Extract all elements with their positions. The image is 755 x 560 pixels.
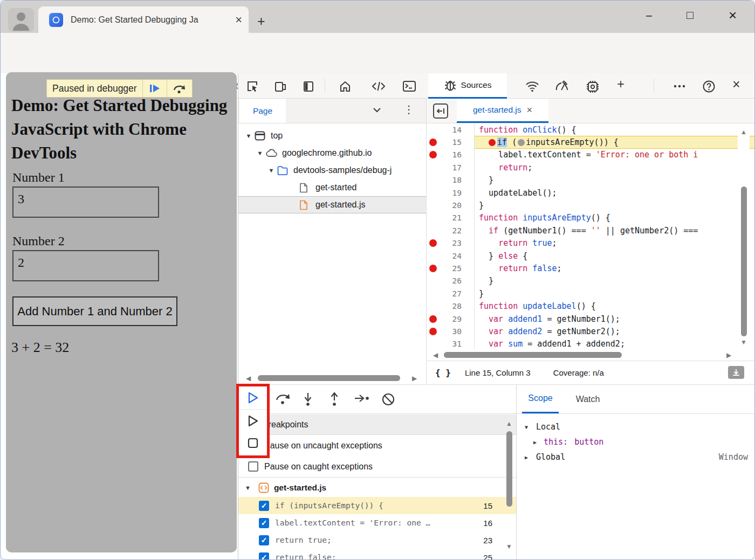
gutter[interactable]: 23 [427, 237, 474, 250]
code-text[interactable]: return; [474, 161, 755, 174]
navigator-toggle-icon[interactable] [433, 103, 448, 119]
step-icon[interactable] [354, 392, 370, 405]
expander-icon[interactable]: ▼ [266, 167, 276, 174]
gutter[interactable]: 24 [427, 250, 474, 262]
gutter-space[interactable] [429, 176, 437, 184]
gutter[interactable]: 14 [427, 123, 474, 136]
breakpoint-checkbox[interactable]: ✓ [259, 518, 269, 528]
scroll-up-icon[interactable]: ▲ [506, 420, 512, 427]
help-icon[interactable] [702, 80, 716, 93]
gutter-space[interactable] [429, 202, 437, 209]
navigator-hscrollbar[interactable]: ◀ ▶ [238, 372, 426, 384]
gutter[interactable]: 31 [427, 338, 474, 350]
gutter[interactable]: 26 [427, 275, 474, 287]
step-over-icon[interactable] [275, 392, 291, 406]
line-number[interactable]: 19 [437, 189, 462, 197]
breakpoint-checkbox[interactable]: ✓ [259, 501, 269, 511]
line-number[interactable]: 30 [437, 327, 462, 336]
code-text[interactable]: function inputsAreEmpty() { [474, 212, 755, 224]
line-number[interactable]: 15 [437, 138, 462, 147]
window-maximize-button[interactable]: □ [687, 9, 694, 20]
terminate-script-icon[interactable] [239, 432, 267, 454]
pause-caught-row[interactable]: Pause on caught exceptions [238, 456, 516, 478]
home-icon[interactable] [339, 80, 352, 93]
file-tab-close-icon[interactable]: × [527, 105, 533, 116]
chevron-down-icon[interactable] [372, 106, 382, 114]
line-number[interactable]: 28 [437, 302, 462, 310]
tab-watch[interactable]: Watch [571, 385, 605, 413]
gutter[interactable]: 29 [427, 313, 474, 325]
gutter-space[interactable] [429, 290, 437, 298]
line-number[interactable]: 18 [437, 176, 462, 184]
step-out-icon[interactable] [328, 392, 340, 407]
breakpoint-checkbox[interactable]: ✓ [259, 552, 269, 560]
gutter[interactable]: 15 [427, 136, 474, 148]
tree-item-get-started-js[interactable]: get-started.js [238, 196, 426, 213]
line-number[interactable]: 21 [437, 213, 462, 222]
line-number[interactable]: 16 [437, 150, 462, 159]
navigator-kebab-icon[interactable]: ⋮ [403, 104, 414, 115]
code-text[interactable]: function onClick() { [474, 123, 755, 136]
gutter[interactable]: 19 [427, 186, 474, 199]
code-text[interactable]: return false; [474, 262, 755, 274]
number2-input[interactable]: 2 [12, 250, 159, 281]
editor-vscrollbar[interactable]: ▲ ▼ [738, 125, 750, 350]
scroll-down-icon[interactable]: ▼ [506, 543, 512, 550]
pretty-print-icon[interactable]: { } [435, 368, 451, 378]
gutter[interactable]: 17 [427, 161, 474, 174]
line-number[interactable]: 17 [437, 163, 462, 172]
expander-icon[interactable]: ▼ [255, 150, 265, 156]
tree-item-devtools-samples-debug-j[interactable]: ▼devtools-samples/debug-j [238, 162, 426, 179]
scroll-thumb[interactable] [741, 186, 747, 336]
scroll-down-icon[interactable]: ▼ [740, 339, 747, 345]
code-text[interactable]: } [474, 199, 755, 211]
gutter-space[interactable] [429, 214, 437, 222]
scroll-right-icon[interactable]: ▶ [726, 352, 731, 358]
gutter[interactable]: 30 [427, 325, 474, 337]
tab-page[interactable]: Page [239, 99, 286, 123]
line-number[interactable]: 31 [437, 340, 462, 348]
gutter[interactable]: 28 [427, 300, 474, 312]
editor-file-tab[interactable]: get-started.js × [457, 99, 548, 123]
line-number[interactable]: 20 [437, 201, 462, 210]
line-number[interactable]: 14 [437, 126, 462, 134]
pause-caught-checkbox[interactable] [248, 461, 258, 472]
gutter-space[interactable] [429, 189, 437, 197]
code-text[interactable]: function updateLabel() { [474, 300, 755, 312]
line-number[interactable]: 22 [437, 226, 462, 235]
resume-menu-play-icon[interactable] [239, 409, 267, 432]
gutter[interactable]: 21 [427, 212, 474, 224]
add-numbers-button[interactable]: Add Number 1 and Number 2 [12, 296, 177, 326]
window-minimize-button[interactable]: − [646, 10, 653, 22]
code-text[interactable]: var addend1 = getNumber1(); [474, 313, 755, 325]
devtools-close-icon[interactable]: × [732, 78, 740, 91]
code-text[interactable]: if (getNumber1() === '' || getNumber2() … [474, 224, 755, 237]
tab-sources[interactable]: Sources [428, 73, 507, 99]
code-text[interactable]: var addend2 = getNumber2(); [474, 325, 755, 337]
expander-icon[interactable]: ▶ [531, 439, 539, 445]
code-text[interactable]: var sum = addend1 + addend2; [474, 338, 755, 350]
window-close-button[interactable]: × [729, 8, 737, 22]
performance-icon[interactable] [554, 80, 569, 93]
expander-icon[interactable]: ▼ [522, 424, 531, 430]
gutter[interactable]: 22 [427, 224, 474, 237]
breakpoint-dot[interactable] [429, 265, 437, 272]
breakpoint-entry-line-23[interactable]: ✓return true;23 [238, 531, 516, 549]
number1-input[interactable]: 3 [12, 186, 159, 218]
breakpoint-entry-line-15[interactable]: ✓if (inputsAreEmpty()) {15 [238, 497, 516, 514]
gutter[interactable]: 16 [427, 149, 474, 161]
gutter-space[interactable] [429, 340, 437, 348]
tree-item-get-started[interactable]: get-started [238, 179, 426, 196]
breakpoint-checkbox[interactable]: ✓ [259, 535, 269, 545]
line-number[interactable]: 27 [437, 289, 462, 298]
network-icon[interactable] [525, 80, 540, 93]
breakpoint-dot[interactable] [429, 139, 437, 146]
gutter[interactable]: 25 [427, 262, 474, 274]
breakpoints-vscrollbar[interactable]: ▲ ▼ [503, 418, 515, 560]
download-file-icon[interactable] [728, 366, 744, 379]
tab-close-icon[interactable]: × [235, 14, 242, 26]
scroll-thumb[interactable] [444, 352, 622, 358]
scope-local-row[interactable]: ▼ Local [517, 419, 755, 434]
code-text[interactable]: if (inputsAreEmpty()) { [474, 136, 755, 148]
code-text[interactable]: } else { [474, 250, 755, 262]
